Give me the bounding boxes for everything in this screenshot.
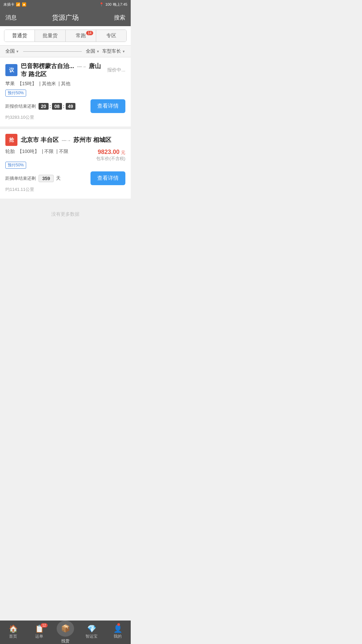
filter-to-arrow: ▼ xyxy=(96,50,100,53)
card-2-detail-button[interactable]: 查看详情 xyxy=(90,171,125,185)
card-1-detail-button[interactable]: 查看详情 xyxy=(90,99,125,113)
filter-vehicle-label: 车型车长 xyxy=(102,48,121,54)
status-battery: 100 xyxy=(105,2,111,6)
card-2-days-box: 359 天 xyxy=(39,175,61,182)
status-time: 晚上7:45 xyxy=(113,2,127,7)
card-2-arrow: ····→ xyxy=(62,138,72,143)
card-1-weight: 15吨 xyxy=(22,81,32,86)
card-2-route: 北京市 丰台区 ····→ 苏州市 相城区 xyxy=(21,136,125,144)
status-right: 📍 100 晚上7:45 xyxy=(99,2,127,7)
card-1-info: 苹果 【15吨】 | 其他米 | 其他 xyxy=(5,81,125,87)
card-1-colon2: : xyxy=(63,104,65,109)
page-title: 货源广场 xyxy=(21,13,109,22)
card-2-header: 抢 北京市 丰台区 ····→ 苏州市 相城区 xyxy=(5,134,125,146)
card-2-days: 359 xyxy=(39,175,54,182)
filter-from-arrow: ▼ xyxy=(16,50,19,53)
card-2-vlen: 不限 xyxy=(44,149,54,154)
card-1: 议 巴音郭楞蒙古自治... ····→ 唐山市 路北区 报价中... 苹果 【1… xyxy=(0,57,131,126)
card-2-goods: 轮胎 xyxy=(5,149,15,154)
tab-bulk[interactable]: 批量货 xyxy=(35,30,65,42)
card-2-info: 轮胎 【100吨】 | 不限 | 不限 xyxy=(5,149,68,155)
card-2-timer-row: 距摘单结束还剩 359 天 查看详情 xyxy=(5,171,125,185)
card-2-price-unit: 元 xyxy=(121,150,125,155)
card-1-header: 议 巴音郭楞蒙古自治... ····→ 唐山市 路北区 报价中... xyxy=(5,62,125,78)
status-location-icon: 📍 xyxy=(99,2,104,7)
cards-container: 议 巴音郭楞蒙古自治... ····→ 唐山市 路北区 报价中... 苹果 【1… xyxy=(0,57,131,199)
card-2-price-value: 9823.00 元 xyxy=(96,149,125,156)
tab-normal[interactable]: 普通货 xyxy=(4,30,35,42)
card-2-price-note: 包车价(不含税) xyxy=(96,156,125,162)
tab-regular-label: 常跑 xyxy=(76,33,86,38)
status-bar: 未插卡 📶 🔼 📍 100 晚上7:45 xyxy=(0,0,131,9)
header-search-button[interactable]: 搜索 xyxy=(109,14,125,21)
card-2-weight: 100吨 xyxy=(22,149,35,154)
status-signal-icon: 📶 xyxy=(16,2,20,7)
status-nav-icon: 🔼 xyxy=(22,2,26,7)
tab-regular[interactable]: 常跑 14 xyxy=(66,30,96,42)
card-1-timer-boxes: 20 : 08 : 49 xyxy=(39,103,75,110)
header-messages-button[interactable]: 消息 xyxy=(5,14,21,21)
card-2-from: 北京市 丰台区 xyxy=(21,137,59,143)
card-1-goods: 苹果 xyxy=(5,81,15,86)
tabs-container: 普通货 批量货 常跑 14 专区 xyxy=(0,26,131,46)
status-sim: 未插卡 xyxy=(3,2,14,7)
tab-bulk-label: 批量货 xyxy=(43,33,58,38)
card-1-tag: 议 xyxy=(5,64,17,76)
card-1-arrow: ····→ xyxy=(77,64,87,69)
card-1-price-label: 报价中... xyxy=(107,67,125,73)
card-2-prepay: 预付50% xyxy=(5,162,26,169)
filter-from-label: 全国 xyxy=(5,48,15,54)
card-2-tag: 抢 xyxy=(5,134,17,146)
card-1-prepay: 预付50% xyxy=(5,90,26,97)
tab-special[interactable]: 专区 xyxy=(96,30,126,42)
card-1-timer-h: 20 xyxy=(39,103,49,110)
card-1-timer-row: 距报价结束还剩 20 : 08 : 49 查看详情 xyxy=(5,99,125,113)
filter-to-label: 全国 xyxy=(86,48,95,54)
card-2-timer-label: 距摘单结束还剩 xyxy=(5,175,36,181)
card-2-to: 苏州市 相城区 xyxy=(73,137,111,143)
card-1-timer-s: 49 xyxy=(66,103,76,110)
card-2-distance: 约1141.11公里 xyxy=(5,186,125,193)
card-1-timer-label: 距报价结束还剩 xyxy=(5,103,36,109)
card-1-route: 巴音郭楞蒙古自治... ····→ 唐山市 路北区 xyxy=(21,62,104,78)
card-2: 抢 北京市 丰台区 ····→ 苏州市 相城区 轮胎 【100吨】 | 不限 |… xyxy=(0,129,131,199)
card-1-colon1: : xyxy=(50,104,51,109)
card-2-price-number: 9823.00 xyxy=(98,149,119,155)
header: 消息 货源广场 搜索 xyxy=(0,9,131,26)
tabs: 普通货 批量货 常跑 14 专区 xyxy=(4,30,127,42)
status-left: 未插卡 📶 🔼 xyxy=(3,2,26,7)
card-2-vtype: 不限 xyxy=(59,149,68,154)
card-1-timer-m: 08 xyxy=(52,103,62,110)
filter-to[interactable]: 全国 ▼ xyxy=(86,48,100,54)
no-more-data: 没有更多数据 xyxy=(0,201,131,227)
filter-bar: 全国 ▼ 全国 ▼ 车型车长 ▼ xyxy=(0,46,131,57)
tab-regular-badge: 14 xyxy=(86,31,93,35)
card-1-distance: 约3283.10公里 xyxy=(5,114,125,120)
tab-special-label: 专区 xyxy=(106,33,116,38)
card-2-days-unit: 天 xyxy=(56,175,61,181)
tab-normal-label: 普通货 xyxy=(12,33,27,38)
card-1-from: 巴音郭楞蒙古自治... xyxy=(21,63,74,69)
filter-vehicle[interactable]: 车型车长 ▼ xyxy=(102,48,125,54)
card-1-vtype: 其他 xyxy=(61,81,70,86)
card-1-vlen: 其他米 xyxy=(42,81,56,86)
filter-vehicle-arrow: ▼ xyxy=(122,50,125,53)
filter-from[interactable]: 全国 ▼ xyxy=(5,48,19,54)
filter-divider xyxy=(23,51,82,52)
